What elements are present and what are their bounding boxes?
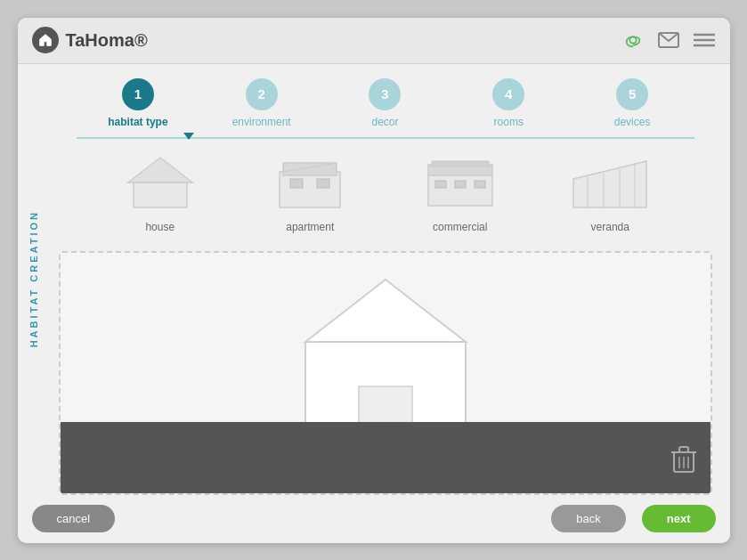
commercial-label: commercial	[433, 221, 487, 233]
preview-ground	[61, 422, 710, 493]
svg-rect-16	[455, 181, 466, 188]
step-2-label: environment	[232, 116, 291, 128]
main-content: HABITAT CREATION 1 habitat type 2 enviro…	[18, 64, 730, 495]
step-4[interactable]: 4 rooms	[447, 78, 571, 128]
veranda-label: veranda	[591, 221, 629, 233]
preview-area	[59, 251, 712, 495]
house-label: house	[145, 221, 175, 233]
habitat-option-house[interactable]: house	[120, 151, 200, 233]
step-3-label: decor	[371, 116, 398, 128]
svg-rect-11	[317, 179, 329, 188]
svg-rect-7	[280, 172, 340, 207]
titlebar-left: TaHoma®	[32, 27, 148, 53]
step-arrow	[183, 133, 194, 140]
step-1-label: habitat type	[108, 116, 167, 128]
habitat-option-apartment[interactable]: apartment	[270, 151, 350, 233]
step-3-circle: 3	[369, 78, 401, 110]
habitat-option-commercial[interactable]: commercial	[420, 151, 500, 233]
svg-rect-8	[283, 163, 337, 175]
svg-marker-23	[305, 280, 466, 342]
svg-rect-14	[432, 161, 489, 166]
back-button[interactable]: back	[551, 505, 625, 532]
apartment-icon-wrapper	[270, 151, 350, 214]
at-icon[interactable]	[621, 28, 645, 52]
steps-bar: 1 habitat type 2 environment 3 decor	[59, 78, 712, 128]
house-icon-wrapper	[120, 151, 200, 214]
svg-marker-5	[128, 158, 192, 183]
step-4-circle: 4	[492, 78, 524, 110]
cancel-button[interactable]: cancel	[32, 505, 116, 532]
app-logo	[32, 27, 59, 53]
step-5[interactable]: 5 devices	[571, 78, 694, 128]
app-title: TaHoma®	[66, 30, 148, 51]
svg-rect-28	[679, 447, 688, 452]
next-button[interactable]: next	[642, 505, 716, 532]
preview-inner	[61, 253, 710, 493]
titlebar: TaHoma®	[18, 18, 730, 64]
step-progress-line	[77, 137, 694, 139]
apartment-label: apartment	[286, 221, 334, 233]
step-4-label: rooms	[494, 116, 524, 128]
sidebar: HABITAT CREATION	[18, 64, 50, 495]
svg-rect-6	[134, 183, 187, 207]
step-3[interactable]: 3 decor	[323, 78, 447, 128]
veranda-icon-wrapper	[570, 151, 650, 214]
right-panel: 1 habitat type 2 environment 3 decor	[50, 64, 730, 495]
step-1[interactable]: 1 habitat type	[77, 78, 200, 128]
mail-icon[interactable]	[657, 28, 680, 52]
titlebar-actions	[621, 28, 716, 52]
svg-rect-12	[428, 174, 492, 206]
sidebar-label: HABITAT CREATION	[28, 210, 39, 347]
step-2-circle: 2	[246, 78, 278, 110]
svg-rect-15	[435, 181, 446, 188]
step-1-circle: 1	[122, 78, 154, 110]
nav-buttons: back next	[551, 505, 715, 532]
trash-icon[interactable]	[671, 445, 696, 477]
menu-icon[interactable]	[693, 28, 716, 52]
svg-rect-17	[475, 181, 485, 188]
svg-marker-18	[573, 161, 646, 207]
habitat-option-veranda[interactable]: veranda	[570, 151, 650, 233]
bottom-bar: cancel back next	[18, 495, 730, 543]
step-2[interactable]: 2 environment	[199, 78, 323, 128]
app-window: TaHoma®	[18, 18, 730, 543]
habitat-options: house apartment	[59, 142, 712, 242]
step-5-label: devices	[614, 116, 651, 128]
step-5-circle: 5	[616, 78, 648, 110]
commercial-icon-wrapper	[420, 151, 500, 214]
svg-rect-10	[290, 179, 303, 188]
